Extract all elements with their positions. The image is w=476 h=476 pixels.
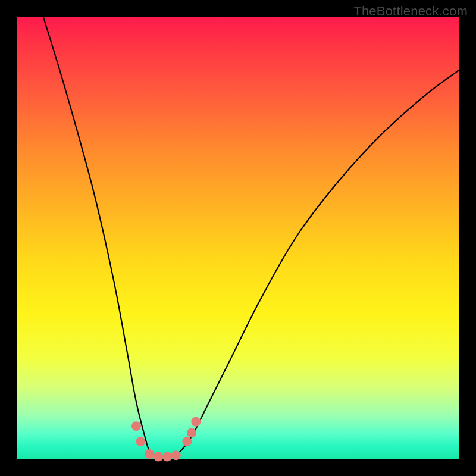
curve-marker bbox=[191, 417, 201, 427]
watermark-text: TheBottleneck.com bbox=[353, 4, 468, 19]
chart-svg bbox=[17, 17, 459, 459]
curve-marker bbox=[131, 421, 141, 431]
chart-plot-area bbox=[17, 17, 459, 459]
curve-marker bbox=[187, 428, 196, 437]
curve-marker bbox=[145, 449, 154, 459]
curve-marker bbox=[136, 437, 145, 446]
curve-marker bbox=[162, 452, 172, 462]
curve-marker bbox=[182, 437, 192, 446]
curve-marker bbox=[154, 452, 163, 462]
curve-marker bbox=[171, 450, 181, 460]
bottleneck-curve bbox=[43, 17, 459, 458]
